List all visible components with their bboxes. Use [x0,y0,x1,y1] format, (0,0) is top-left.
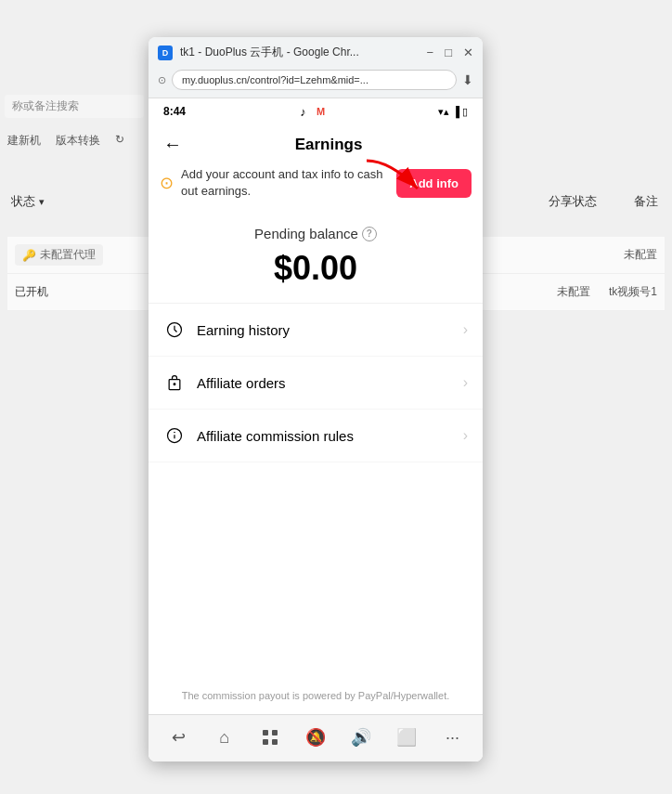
nav-grid-button[interactable] [255,724,285,750]
row1-status: 未配置 [624,247,657,263]
app-header: ← Earnings [149,123,483,166]
alert-text: Add your account and tax info to cash ou… [181,166,389,200]
status-right-icons: ▾▴ ▐ ▯ [438,106,468,118]
earning-history-label: Earning history [197,322,452,338]
svg-point-2 [174,384,175,385]
address-bar-icon: ⊙ [158,74,166,86]
proxy-key-icon: 🔑 [22,249,36,262]
proxy-badge-1: 🔑 未配置代理 [15,244,103,266]
nav-volume-button[interactable]: 🔊 [346,724,376,750]
nav-back-button[interactable]: ↩ [164,724,194,750]
gmail-app-icon: M [314,104,329,119]
signal-icon: ▐ [452,106,459,117]
footer-text: The commission payout is powered by PayP… [182,690,450,701]
affiliate-commission-rules-chevron: › [463,427,468,444]
menu-list: Earning history › Affiliate orders › [149,303,483,675]
app-content: ← Earnings ⊙ Add your account and tax in… [149,123,483,761]
app-footer: The commission payout is powered by PayP… [149,675,483,714]
balance-amount: $0.00 [163,249,468,288]
phone-statusbar: 8:44 ♪ M ▾▴ ▐ ▯ [149,98,483,123]
status-time: 8:44 [163,105,186,118]
download-icon[interactable]: ⬇ [462,72,473,87]
search-hint: 称或备注搜索 [5,95,144,118]
browser-chrome: D tk1 - DuoPlus 云手机 - Google Chr... − □ … [149,37,483,98]
alert-banner: ⊙ Add your account and tax info to cash … [160,166,472,200]
browser-tab-title: tk1 - DuoPlus 云手机 - Google Chr... [180,45,420,60]
restore-button[interactable]: □ [445,46,452,59]
note-label: 备注 [634,193,658,210]
back-button[interactable]: ← [163,134,182,155]
machine-status: 已开机 [15,284,48,300]
bg-status-label: 状态 ▾ [11,193,45,210]
pending-balance-section: Pending balance ? $0.00 [149,207,483,303]
page-title: Earnings [189,136,468,154]
tiktok-app-icon: ♪ [296,104,311,119]
svg-rect-9 [272,739,278,745]
close-button[interactable]: ✕ [463,46,473,59]
gmail-icon: M [317,106,325,117]
clock-icon [163,319,186,341]
affiliate-orders-chevron: › [463,374,468,391]
browser-favicon: D [158,46,173,60]
nav-screen-button[interactable]: ⬜ [392,724,421,750]
browser-titlebar: D tk1 - DuoPlus 云手机 - Google Chr... − □ … [149,37,483,66]
menu-item-earning-history[interactable]: Earning history › [149,304,483,357]
svg-point-5 [174,433,175,434]
filter-icon: ▾ [39,196,45,208]
phone-bottom-nav: ↩ ⌂ 🔕 🔊 ⬜ ··· [149,714,483,761]
affiliate-orders-label: Affiliate orders [197,375,452,391]
menu-item-affiliate-commission-rules[interactable]: Affiliate commission rules › [149,410,483,462]
wifi-icon: ▾▴ [438,106,449,118]
address-url[interactable]: my.duoplus.cn/control?id=Lzehm&mid=... [172,70,457,90]
svg-rect-8 [263,739,268,745]
nav-home-button[interactable]: ⌂ [210,724,239,750]
share-status-label: 分享状态 [549,193,597,210]
refresh-icon: ↻ [115,133,124,149]
svg-rect-6 [263,730,268,735]
pending-balance-label: Pending balance ? [163,226,468,241]
bg-right-labels: 分享状态 备注 [549,193,658,210]
nav-more-button[interactable]: ··· [437,724,467,750]
nav-silent-button[interactable]: 🔕 [301,724,330,750]
add-info-button[interactable]: Add info [396,169,472,198]
pending-info-icon[interactable]: ? [362,227,377,241]
create-btn-hint: 建新机 [7,133,41,149]
bg-toolbar: 建新机 版本转换 ↻ [7,133,124,149]
minimize-button[interactable]: − [427,46,434,59]
earning-history-chevron: › [463,321,468,338]
affiliate-commission-rules-label: Affiliate commission rules [197,428,452,444]
status-notification-icons: ♪ M [296,104,329,119]
proxy-badge-text: 未配置代理 [40,247,96,263]
tiktok-icon: ♪ [300,105,306,119]
row2-status: 未配置 [557,284,590,300]
browser-addressbar: ⊙ my.duoplus.cn/control?id=Lzehm&mid=...… [149,66,483,98]
alert-icon: ⊙ [160,173,174,193]
menu-item-affiliate-orders[interactable]: Affiliate orders › [149,357,483,410]
browser-controls: − □ ✕ [427,46,473,59]
version-btn-hint: 版本转换 [56,133,100,149]
status-text: 状态 [11,193,35,210]
info-icon [163,424,186,447]
bag-icon [163,371,186,394]
browser-window: D tk1 - DuoPlus 云手机 - Google Chr... − □ … [149,37,483,761]
row2-right: tk视频号1 [609,284,657,300]
battery-icon: ▯ [462,106,468,118]
svg-rect-7 [272,730,278,735]
